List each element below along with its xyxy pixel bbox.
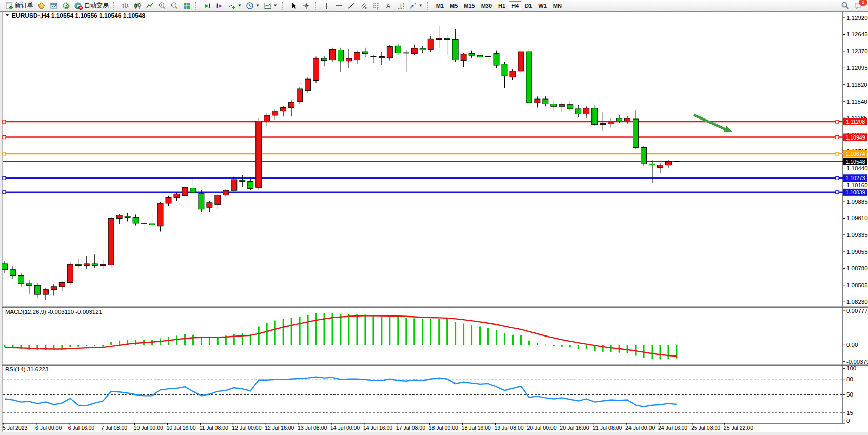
line-chart-button[interactable]	[144, 1, 156, 11]
timeframe-m5-button[interactable]: M5	[447, 1, 460, 10]
auto-scroll-icon	[203, 2, 211, 10]
candle-body	[157, 203, 163, 226]
notifications-button[interactable]: 1	[852, 1, 865, 11]
channel-icon: E	[360, 2, 368, 10]
price-tick-label: 1.12370	[846, 48, 868, 54]
rsi-label: RSI(14) 31.6223	[5, 366, 48, 372]
candle-body	[395, 46, 401, 53]
time-label: 14 Jul 16:00	[363, 425, 392, 431]
price-tag-text: 1.10949	[846, 134, 865, 141]
price-tag-text: 1.10273	[846, 175, 865, 181]
resistance-line-handle[interactable]	[836, 136, 839, 139]
text-label-tool-button[interactable]: T	[394, 1, 407, 11]
pivot-line-handle[interactable]	[836, 152, 839, 155]
auto-trading-button[interactable]: 自动交易	[72, 1, 111, 11]
timeframe-mn-button[interactable]: MN	[550, 1, 564, 10]
timeframe-m15-button[interactable]: M15	[461, 1, 477, 10]
support-line-handle[interactable]	[836, 176, 839, 180]
resistance-line-handle[interactable]	[836, 120, 839, 123]
indicators-icon	[228, 2, 236, 10]
time-label: 21 Jul 08:00	[593, 425, 622, 431]
candle-body	[665, 162, 671, 165]
mql5-community-button[interactable]	[35, 1, 48, 11]
templates-button[interactable]: ▼	[262, 1, 280, 11]
clock-icon	[246, 2, 254, 10]
chart-shift-button[interactable]	[213, 1, 226, 11]
vertical-line-tool-button[interactable]	[321, 1, 333, 11]
candle-body	[444, 38, 450, 39]
candle-body	[92, 264, 97, 266]
new-order-button[interactable]: 新订单	[3, 1, 35, 11]
auto-trading-icon	[74, 2, 83, 10]
chevron-down-icon: ▼	[419, 4, 423, 8]
support-line-handle[interactable]	[3, 191, 6, 194]
template-icon	[264, 2, 272, 10]
pivot-line-handle[interactable]	[3, 152, 6, 155]
arrows-tool-button[interactable]: ▼	[407, 1, 425, 11]
candle-body	[617, 118, 622, 121]
candle-body	[428, 39, 433, 49]
auto-scroll-button[interactable]	[201, 1, 213, 11]
time-label: 20 Jul 16:00	[560, 425, 589, 431]
price-tick-label: 1.08505	[846, 282, 868, 288]
macd-tick-label: -0.003797	[846, 359, 868, 365]
timeframe-m30-button[interactable]: M30	[479, 1, 495, 10]
timeframe-m1-button[interactable]: M1	[433, 1, 446, 10]
fibonacci-icon: F	[372, 2, 380, 10]
toolbar-right-cluster: 1	[838, 1, 868, 11]
trendline-tool-button[interactable]	[345, 1, 358, 11]
timeframe-h4-button[interactable]: H4	[509, 1, 521, 10]
text-tool-button[interactable]: A	[382, 1, 394, 11]
candle-body	[469, 54, 475, 56]
crosshair-button[interactable]	[300, 1, 312, 11]
time-label: 12 Jul 16:00	[265, 425, 294, 431]
market-watch-button[interactable]	[48, 1, 60, 11]
candle-body	[658, 165, 663, 168]
tile-windows-button[interactable]	[181, 1, 193, 11]
timeframe-h1-button[interactable]: H1	[496, 1, 508, 10]
equidistant-channel-tool-button[interactable]: E	[358, 1, 370, 11]
support-line-handle[interactable]	[3, 176, 6, 180]
time-label: 11 Jul 08:00	[199, 425, 228, 431]
indicators-button[interactable]: ▼	[226, 1, 244, 11]
time-label: 24 Jul 16:00	[658, 425, 687, 431]
bar-chart-button[interactable]	[119, 1, 131, 11]
candle-body	[18, 276, 24, 284]
time-label: 6 Jul 16:00	[68, 425, 95, 431]
zoom-out-button[interactable]	[168, 1, 181, 11]
zoom-in-button[interactable]	[156, 1, 168, 11]
candlestick-chart-button[interactable]	[131, 1, 144, 11]
zoom-out-icon	[170, 2, 179, 10]
horizontal-line-tool-button[interactable]	[333, 1, 345, 11]
support-line-handle[interactable]	[836, 191, 839, 194]
candle-body	[452, 39, 458, 60]
candle-body	[649, 164, 655, 165]
price-tick-label: 1.09055	[846, 249, 868, 255]
candle-body	[322, 58, 327, 61]
candle-body	[477, 55, 483, 57]
price-tick-label: 1.11540	[846, 98, 867, 105]
cursor-button[interactable]	[288, 1, 300, 11]
resistance-line-handle[interactable]	[3, 120, 6, 123]
fibonacci-tool-button[interactable]: F	[370, 1, 382, 11]
timeframe-d1-button[interactable]: D1	[522, 1, 535, 10]
candle-body	[313, 58, 319, 80]
candle-body	[502, 64, 507, 76]
candle-body	[84, 264, 89, 266]
navigator-button[interactable]	[60, 1, 72, 11]
resistance-line-handle[interactable]	[3, 136, 6, 139]
toolbar: 新订单	[0, 0, 868, 11]
timeframe-w1-button[interactable]: W1	[536, 1, 549, 10]
search-button[interactable]	[838, 1, 852, 11]
chart-canvas[interactable]: 1.129201.126451.123701.120951.118201.115…	[0, 0, 868, 435]
periods-button[interactable]: ▼	[244, 1, 262, 11]
candle-body	[174, 194, 180, 197]
candle-body	[608, 121, 614, 124]
time-label: 6 Jul 00:00	[35, 425, 62, 431]
candle-body	[362, 52, 368, 54]
toolbar-separator	[427, 2, 431, 10]
price-tick-label: 1.08780	[846, 265, 868, 271]
price-tick-label: 1.10440	[846, 165, 868, 171]
candle-body	[125, 216, 130, 218]
candle-doji	[403, 53, 409, 54]
